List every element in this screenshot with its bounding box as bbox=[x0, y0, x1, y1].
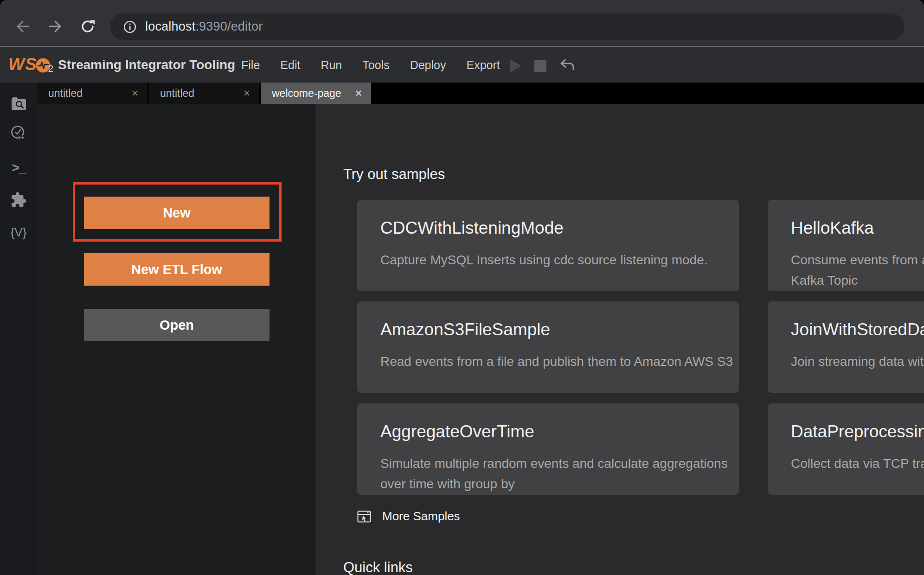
open-button[interactable]: Open bbox=[84, 309, 270, 341]
url-path: :9390/editor bbox=[195, 19, 263, 33]
sample-description: Read events from a file and publish them… bbox=[380, 351, 716, 372]
menu-export[interactable]: Export bbox=[466, 58, 500, 72]
menu-edit[interactable]: Edit bbox=[280, 58, 300, 72]
tab-label: untitled bbox=[160, 87, 194, 100]
menu-bar: File Edit Run Tools Deploy Export bbox=[241, 58, 500, 72]
new-etl-flow-button[interactable]: New ETL Flow bbox=[84, 253, 270, 286]
undo-icon[interactable] bbox=[559, 58, 575, 74]
sample-card-aggregateovertime[interactable]: AggregateOverTime Simulate multiple rand… bbox=[357, 403, 739, 495]
welcome-left-panel: New New ETL Flow Open bbox=[37, 104, 315, 575]
app-title: Streaming Integrator Tooling bbox=[58, 58, 235, 72]
welcome-main: Try out samples CDCWithListeningMode Cap… bbox=[315, 104, 924, 575]
editor-tab-bar: untitled × untitled × welcome-page × bbox=[37, 83, 924, 104]
wso2-logo-text: WS bbox=[8, 55, 37, 74]
tab-untitled-2[interactable]: untitled × bbox=[149, 83, 259, 104]
sample-title: DataPreprocessing bbox=[791, 422, 924, 441]
sample-title: CDCWithListeningMode bbox=[380, 218, 716, 238]
menu-tools[interactable]: Tools bbox=[362, 58, 389, 72]
browser-forward-icon[interactable] bbox=[46, 18, 64, 35]
wso2-logo-subscript: 2 bbox=[48, 63, 54, 74]
browser-reload-icon[interactable] bbox=[79, 18, 96, 35]
sample-title: JoinWithStoredData bbox=[791, 320, 924, 339]
sample-card-joinwithstoreddata[interactable]: JoinWithStoredData Join streaming data w… bbox=[768, 301, 924, 393]
site-info-icon[interactable] bbox=[123, 20, 137, 34]
address-bar[interactable]: localhost:9390/editor bbox=[110, 13, 905, 40]
sample-title: AggregateOverTime bbox=[380, 422, 716, 441]
tab-close-icon[interactable]: × bbox=[244, 88, 250, 99]
sample-card-amazons3filesample[interactable]: AmazonS3FileSample Read events from a fi… bbox=[357, 301, 739, 393]
sample-description: Simulate multiple random events and calc… bbox=[380, 454, 716, 494]
browser-toolbar: localhost:9390/editor bbox=[0, 0, 924, 46]
extensions-icon[interactable] bbox=[0, 190, 37, 210]
sample-description: Collect data via TCP transp bbox=[791, 454, 924, 474]
url-host: localhost bbox=[145, 19, 195, 33]
quick-links-heading: Quick links bbox=[343, 559, 413, 575]
sample-description: Capture MySQL Inserts using cdc source l… bbox=[380, 250, 716, 270]
sample-card-cdcwithlisteningmode[interactable]: CDCWithListeningMode Capture MySQL Inser… bbox=[357, 200, 739, 291]
file-explorer-icon[interactable] bbox=[0, 94, 37, 114]
url-text: localhost:9390/editor bbox=[145, 19, 263, 34]
sample-description: Consume events from a Ka Kafka Topic bbox=[791, 250, 924, 291]
tab-close-icon[interactable]: × bbox=[132, 88, 138, 99]
wso2-logo: WS 2 bbox=[8, 55, 53, 74]
tool-sidebar: >_ {V} bbox=[0, 83, 37, 575]
run-stop-icon[interactable] bbox=[534, 60, 546, 72]
more-samples-label: More Samples bbox=[382, 509, 460, 524]
menu-file[interactable]: File bbox=[241, 58, 260, 72]
sample-title: HelloKafka bbox=[791, 218, 924, 238]
more-samples-link[interactable]: More Samples bbox=[357, 509, 460, 524]
sample-card-hellokafka[interactable]: HelloKafka Consume events from a Ka Kafk… bbox=[768, 200, 924, 291]
variables-icon[interactable]: {V} bbox=[0, 222, 37, 243]
event-simulator-icon[interactable] bbox=[0, 123, 37, 143]
tab-untitled-1[interactable]: untitled × bbox=[37, 83, 148, 104]
sample-description: Join streaming data with d bbox=[791, 351, 924, 372]
tab-welcome-page[interactable]: welcome-page × bbox=[261, 83, 371, 104]
sample-card-datapreprocessing[interactable]: DataPreprocessing Collect data via TCP t… bbox=[768, 403, 924, 495]
try-out-samples-heading: Try out samples bbox=[343, 166, 445, 183]
menu-run[interactable]: Run bbox=[321, 58, 342, 72]
new-button[interactable]: New bbox=[84, 197, 270, 229]
variables-glyph: {V} bbox=[11, 225, 27, 240]
menu-deploy[interactable]: Deploy bbox=[410, 58, 446, 72]
sample-title: AmazonS3FileSample bbox=[380, 320, 716, 339]
more-samples-icon bbox=[357, 511, 371, 523]
console-glyph: >_ bbox=[12, 161, 26, 176]
tab-label: untitled bbox=[48, 87, 83, 100]
console-icon[interactable]: >_ bbox=[0, 158, 37, 179]
run-controls bbox=[510, 47, 575, 84]
tab-label: welcome-page bbox=[272, 87, 341, 100]
run-play-icon[interactable] bbox=[510, 59, 521, 72]
app-header: WS 2 Streaming Integrator Tooling File E… bbox=[0, 46, 924, 83]
tab-close-icon[interactable]: × bbox=[355, 88, 362, 99]
browser-back-icon[interactable] bbox=[14, 18, 32, 35]
